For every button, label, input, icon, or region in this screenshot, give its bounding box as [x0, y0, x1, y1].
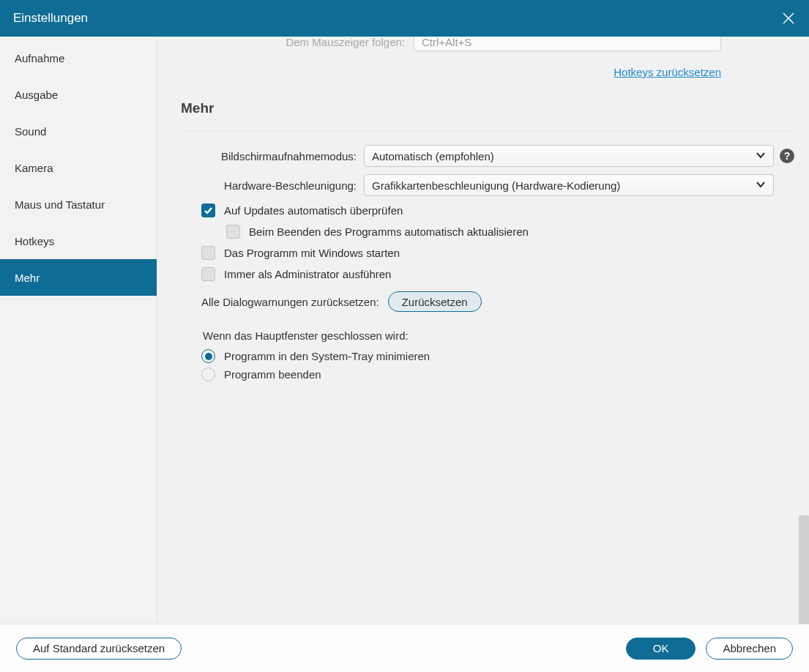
close-minimize-radio[interactable] — [201, 349, 215, 363]
close-icon — [782, 12, 795, 25]
follow-mouse-label: Dem Mauszeiger folgen: — [286, 37, 405, 48]
section-title: Mehr — [181, 100, 794, 116]
follow-mouse-hotkey-input[interactable]: Ctrl+Alt+S — [414, 37, 721, 51]
footer: Auf Standard zurücksetzen OK Abbrechen — [0, 624, 809, 672]
sidebar-item-maus-tastatur[interactable]: Maus und Tastatur — [0, 186, 157, 223]
sidebar-item-label: Ausgabe — [15, 89, 58, 101]
sidebar-item-kamera[interactable]: Kamera — [0, 149, 157, 186]
sidebar: Aufnahme Ausgabe Sound Kamera Maus und T… — [0, 37, 157, 624]
cancel-button[interactable]: Abbrechen — [706, 638, 793, 660]
start-with-windows-label: Das Programm mit Windows starten — [224, 247, 400, 259]
sidebar-item-sound[interactable]: Sound — [0, 113, 157, 149]
hotkey-value: Ctrl+Alt+S — [422, 37, 471, 48]
sidebar-item-label: Aufnahme — [15, 52, 64, 64]
close-action-title: Wenn das Hauptfenster geschlossen wird: — [203, 329, 794, 342]
capture-mode-select[interactable]: Automatisch (empfohlen) — [364, 145, 774, 167]
start-with-windows-checkbox[interactable] — [201, 246, 215, 260]
capture-mode-label: Bildschirmaufnahmemodus: — [181, 150, 357, 163]
sidebar-item-mehr[interactable]: Mehr — [0, 259, 157, 296]
capture-mode-value: Automatisch (empfohlen) — [372, 150, 494, 163]
sidebar-item-label: Mehr — [15, 272, 40, 284]
auto-update-checkbox[interactable] — [201, 204, 215, 217]
close-button[interactable] — [768, 0, 809, 37]
sidebar-item-label: Maus und Tastatur — [15, 198, 105, 211]
sidebar-item-aufnahme[interactable]: Aufnahme — [0, 40, 157, 76]
check-icon — [204, 206, 213, 215]
reset-hotkeys-link[interactable]: Hotkeys zurücksetzen — [614, 66, 721, 78]
titlebar: Einstellungen — [0, 0, 809, 37]
scrollbar-thumb[interactable] — [799, 515, 809, 624]
ok-button[interactable]: OK — [626, 638, 696, 660]
update-on-exit-checkbox[interactable] — [226, 225, 240, 239]
sidebar-item-hotkeys[interactable]: Hotkeys — [0, 223, 157, 259]
auto-update-label: Auf Updates automatisch überprüfen — [224, 204, 403, 217]
hw-accel-label: Hardware-Beschleunigung: — [181, 179, 357, 192]
content-pane: Dem Mauszeiger folgen: Ctrl+Alt+S Hotkey… — [157, 37, 809, 624]
window-title: Einstellungen — [13, 11, 88, 26]
chevron-down-icon — [756, 150, 766, 163]
reset-dialogs-button[interactable]: Zurücksetzen — [388, 291, 482, 312]
divider — [181, 131, 794, 132]
reset-dialogs-label: Alle Dialogwarnungen zurücksetzen: — [201, 296, 379, 308]
close-minimize-label: Programm in den System-Tray minimieren — [224, 350, 430, 362]
close-exit-label: Programm beenden — [224, 368, 321, 381]
help-icon[interactable]: ? — [780, 149, 794, 163]
reset-defaults-button[interactable]: Auf Standard zurücksetzen — [16, 638, 182, 660]
chevron-down-icon — [756, 179, 766, 192]
sidebar-item-ausgabe[interactable]: Ausgabe — [0, 76, 157, 113]
sidebar-item-label: Sound — [15, 125, 46, 138]
close-exit-radio[interactable] — [201, 367, 215, 381]
run-as-admin-checkbox[interactable] — [201, 267, 215, 281]
sidebar-item-label: Kamera — [15, 162, 53, 174]
hw-accel-select[interactable]: Grafikkartenbeschleunigung (Hardware-Kod… — [364, 174, 774, 196]
sidebar-item-label: Hotkeys — [15, 235, 54, 247]
hw-accel-value: Grafikkartenbeschleunigung (Hardware-Kod… — [372, 179, 620, 192]
update-on-exit-label: Beim Beenden des Programms automatisch a… — [249, 225, 529, 238]
run-as-admin-label: Immer als Administrator ausführen — [224, 268, 391, 280]
